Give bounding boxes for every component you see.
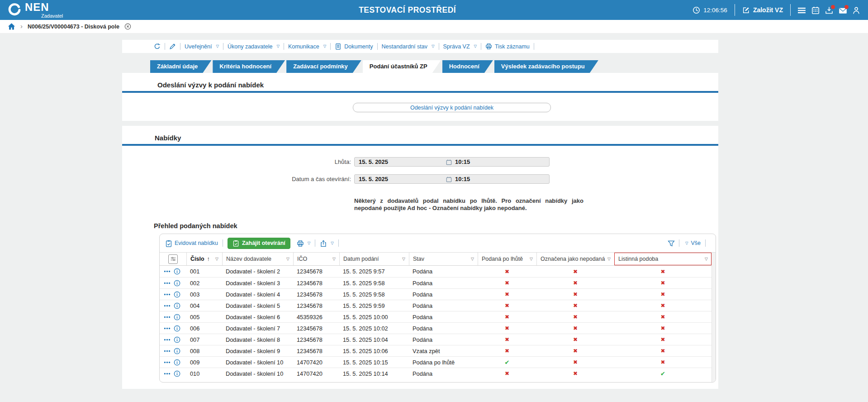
row-menu-icon[interactable] (164, 339, 171, 341)
row-actions (160, 370, 186, 377)
evidovat-nabidku-button[interactable]: Evidovat nabídku (165, 240, 218, 247)
menu-uverejneni[interactable]: Uveřejnění ▽ (185, 43, 219, 50)
tab-kriteria-hodnoceni[interactable]: Kritéria hodnocení (213, 60, 285, 73)
cell-cislo: 005 (186, 314, 222, 321)
table-filter-controls: ▽ Vše (668, 239, 710, 247)
column-header-cislo[interactable]: Číslo↑ ▽ (186, 253, 222, 265)
lhuta-date-value[interactable]: 15. 5. 2025 (359, 158, 446, 165)
row-menu-icon[interactable] (164, 282, 171, 284)
section-title: Odeslání výzvy k podání nabídek (122, 73, 718, 89)
row-menu-icon[interactable] (164, 373, 171, 375)
divider (223, 43, 223, 50)
menu-tisk-zaznamu[interactable]: Tisk záznamu (485, 43, 530, 50)
oteviranie-field[interactable]: 15. 5. 2025 10:15 (354, 174, 550, 184)
column-filter-icon[interactable]: ▽ (607, 257, 611, 261)
row-info-icon[interactable] (174, 359, 180, 366)
column-filter-icon[interactable]: ▽ (332, 257, 336, 261)
create-vz-button[interactable]: Založit VZ (742, 6, 783, 14)
notification-badge (831, 5, 835, 9)
cell-oznacena-nepodana: ✖ (536, 336, 614, 343)
menu-icon[interactable] (798, 6, 806, 14)
column-filter-icon[interactable]: ▽ (215, 257, 218, 261)
inbox-download-button[interactable] (825, 6, 833, 14)
tab-zadavaci-podminky[interactable]: Zadávací podmínky (286, 60, 361, 73)
breadcrumb: › N006/25/V00004673 - Disková pole (0, 20, 868, 33)
row-menu-icon[interactable] (164, 316, 171, 318)
column-label: Podaná po lhůtě (482, 256, 523, 262)
lhuta-field[interactable]: 15. 5. 2025 10:15 (354, 157, 550, 167)
oteviranie-time-value[interactable]: 10:15 (455, 176, 470, 182)
cell-listinna-podoba: ✖ (614, 302, 711, 309)
messages-button[interactable] (839, 6, 846, 14)
table-scrollbar-track[interactable] (711, 253, 716, 382)
menu-ukony-zadavatele[interactable]: Úkony zadavatele ▽ (228, 43, 280, 50)
calendar-icon[interactable] (811, 6, 819, 14)
cell-listinna-podoba: ✖ (614, 336, 711, 343)
user-profile-icon[interactable] (852, 6, 860, 14)
row-menu-icon[interactable] (164, 270, 171, 273)
cell-ico: 45359326 (293, 314, 339, 321)
session-clock: 12:06:56 (693, 6, 727, 14)
row-menu-icon[interactable] (164, 327, 171, 330)
menu-sprava-vz[interactable]: Správa VZ ▽ (443, 43, 477, 50)
column-header-oznacena-nepodana[interactable]: Označena jako nepodaná ▽ (536, 253, 614, 265)
row-info-icon[interactable] (174, 268, 180, 275)
column-settings[interactable] (160, 253, 186, 265)
tab-hodnoceni[interactable]: Hodnocení (442, 60, 493, 73)
column-header-datum-podani[interactable]: Datum podání ▽ (339, 253, 409, 265)
calendar-icon[interactable] (446, 159, 452, 165)
nen-logo[interactable]: NEN Zadavatel (0, 2, 122, 19)
column-settings-icon (168, 254, 178, 264)
section-body: Odeslání výzvy k podání nabídek (122, 93, 718, 121)
tab-vysledek-zadavaciho-postupu[interactable]: Výsledek zadávacího postupu (494, 60, 598, 73)
column-filter-icon[interactable]: ▽ (402, 257, 405, 261)
zahajit-oteviranie-button[interactable]: Zahájit otevírání (228, 238, 290, 249)
edit-button[interactable] (169, 43, 176, 50)
filter-vse-dropdown[interactable]: ▽ Vše (684, 240, 701, 246)
oteviranie-date-value[interactable]: 15. 5. 2025 (359, 176, 446, 182)
menu-dokumenty[interactable]: Dokumenty (335, 43, 373, 50)
row-menu-icon[interactable] (164, 350, 171, 352)
calendar-icon[interactable] (446, 176, 452, 182)
row-info-icon[interactable] (174, 370, 180, 377)
cell-datum-podani: 15. 5. 2025 10:14 (339, 370, 409, 377)
column-header-podana-po-lhute[interactable]: Podaná po lhůtě ▽ (478, 253, 536, 265)
column-filter-icon[interactable]: ▽ (471, 257, 474, 261)
row-info-icon[interactable] (174, 302, 180, 309)
row-info-icon[interactable] (174, 280, 180, 287)
cell-nazev-dodavatele: Dodavatel - školení 10 (222, 370, 293, 377)
odeslani-vyzvy-button[interactable]: Odeslání výzvy k podání nabídek (353, 103, 551, 112)
cell-stav: Podána (409, 314, 478, 321)
row-info-icon[interactable] (174, 314, 180, 321)
column-filter-icon[interactable]: ▽ (530, 257, 533, 261)
history-button[interactable] (154, 43, 161, 50)
row-menu-icon[interactable] (164, 305, 171, 307)
menu-komunikace[interactable]: Komunikace ▽ (288, 43, 326, 50)
breadcrumb-item[interactable]: N006/25/V00004673 - Disková pole (28, 24, 119, 30)
column-header-stav[interactable]: Stav ▽ (409, 253, 478, 265)
cell-listinna-podoba: ✖ (614, 325, 711, 331)
row-info-icon[interactable] (174, 325, 180, 332)
tab-zakladni-udaje[interactable]: Základní údaje (150, 60, 211, 73)
row-info-icon[interactable] (174, 291, 180, 298)
menu-nestandardni-stav[interactable]: Nestandardní stav ▽ (382, 43, 435, 50)
row-menu-icon[interactable] (164, 361, 171, 364)
export-table-button[interactable]: ▽ (320, 240, 334, 247)
row-menu-icon[interactable] (164, 293, 171, 296)
column-header-nazev-dodavatele[interactable]: Název dodavatele ▽ (222, 253, 293, 265)
close-record-icon[interactable] (124, 23, 131, 30)
column-filter-icon[interactable]: ▽ (286, 257, 289, 261)
column-header-ico[interactable]: IČO ▽ (293, 253, 339, 265)
row-info-icon[interactable] (174, 348, 180, 354)
column-header-listinna-podoba[interactable]: Listinná podoba ▽ (614, 253, 711, 265)
home-icon[interactable] (8, 23, 15, 30)
row-info-icon[interactable] (174, 336, 180, 343)
cell-ico: 12345678 (293, 291, 339, 298)
cell-ico: 12345678 (293, 325, 339, 332)
filter-icon[interactable] (668, 240, 674, 247)
print-table-button[interactable]: ▽ (297, 240, 311, 247)
column-filter-icon[interactable]: ▽ (705, 257, 708, 261)
tab-podani-ucastniku-zp[interactable]: Podání účastníků ZP (363, 60, 441, 73)
cell-podana-po-lhute: ✖ (478, 302, 536, 309)
lhuta-time-value[interactable]: 10:15 (455, 158, 470, 165)
